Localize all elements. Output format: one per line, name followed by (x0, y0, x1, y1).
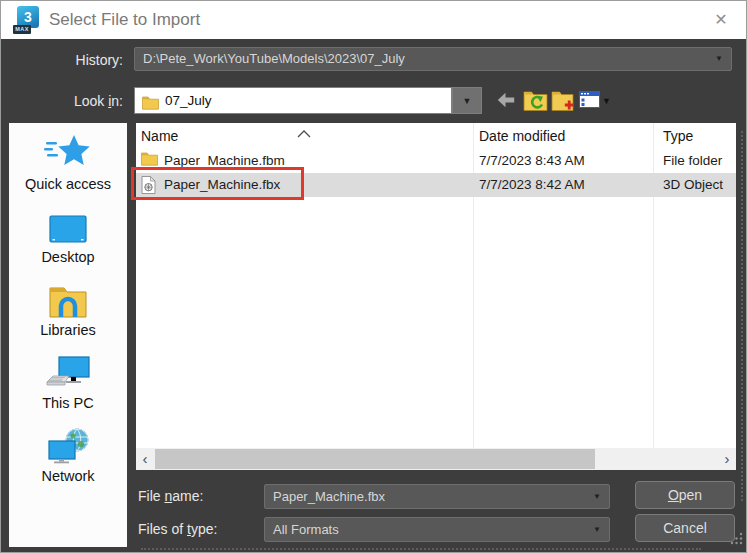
3dsmax-logo-icon: 3 MAX (13, 5, 41, 35)
places-sidebar: Quick access Desktop Libraries (9, 123, 127, 547)
file-name-dropdown[interactable]: Paper_Machine.fbx ▼ (264, 484, 610, 509)
sort-ascending-icon (297, 124, 311, 142)
dialog-title: Select File to Import (49, 1, 200, 39)
folder-icon (142, 93, 159, 118)
folder-icon (141, 152, 158, 170)
date-modified-cell: 7/7/2023 8:42 AM (479, 173, 585, 197)
back-arrow-icon[interactable] (497, 92, 515, 112)
desktop-icon (9, 204, 127, 246)
file-name-label: File name: (138, 483, 203, 510)
titlebar: 3 MAX Select File to Import ✕ (1, 1, 746, 39)
column-header-name[interactable]: Name (141, 123, 178, 149)
sidebar-item-label: Libraries (9, 322, 127, 338)
history-dropdown[interactable]: D:\Pete_Work\YouTube\Models\2023\07_July… (134, 47, 732, 71)
type-cell: File folder (663, 149, 722, 173)
sidebar-item-desktop[interactable]: Desktop (9, 204, 127, 272)
libraries-icon (9, 277, 127, 319)
right-resize-edge[interactable] (741, 131, 743, 501)
chevron-down-icon: ▼ (715, 48, 723, 70)
horizontal-scrollbar[interactable]: ‹ › (136, 448, 736, 470)
bottom-resize-edge[interactable] (141, 548, 701, 550)
sidebar-item-network[interactable]: Network (9, 423, 127, 491)
look-in-dropdown-button[interactable]: ▼ (452, 87, 482, 114)
resize-grip-icon[interactable] (730, 531, 743, 549)
sidebar-item-quick-access[interactable]: Quick access (9, 131, 127, 199)
chevron-down-icon: ▼ (593, 485, 601, 508)
files-of-type-value: All Formats (273, 522, 339, 537)
file-name-cell: Paper_Machine.fbm (164, 149, 285, 173)
sidebar-item-this-pc[interactable]: This PC (9, 350, 127, 418)
quick-access-star-icon (9, 131, 127, 173)
type-cell: 3D Object (663, 173, 723, 197)
cancel-button[interactable]: Cancel (635, 514, 735, 542)
sidebar-item-label: Quick access (9, 176, 127, 192)
look-in-combo[interactable]: 07_July (134, 87, 452, 114)
sidebar-item-label: This PC (9, 395, 127, 411)
date-modified-cell: 7/7/2023 8:43 AM (479, 149, 585, 173)
look-in-value: 07_July (165, 88, 212, 113)
view-menu-caret-icon[interactable]: ▼ (602, 90, 611, 112)
sidebar-item-label: Network (9, 468, 127, 484)
history-label: History: (21, 52, 123, 68)
column-header-type[interactable]: Type (663, 123, 693, 149)
files-of-type-dropdown[interactable]: All Formats ▼ (264, 517, 610, 542)
open-button[interactable]: Open (635, 481, 735, 509)
file-name-cell: Paper_Machine.fbx (164, 173, 280, 197)
file-row-paper-machine-fbx[interactable]: Paper_Machine.fbx 7/7/2023 8:42 AM 3D Ob… (136, 173, 736, 197)
history-value: D:\Pete_Work\YouTube\Models\2023\07_July (143, 51, 405, 66)
column-header-date-modified[interactable]: Date modified (479, 123, 565, 149)
fbx-3d-object-icon (141, 176, 156, 198)
scroll-right-icon[interactable]: › (718, 448, 736, 470)
logo-badge: MAX (13, 25, 31, 34)
network-icon (9, 423, 127, 465)
sidebar-item-label: Desktop (9, 249, 127, 265)
files-of-type-label: Files of type: (138, 516, 217, 543)
sidebar-item-libraries[interactable]: Libraries (9, 277, 127, 345)
up-one-level-icon[interactable] (523, 87, 548, 116)
file-row-paper-machine-fbm[interactable]: Paper_Machine.fbm 7/7/2023 8:43 AM File … (136, 149, 736, 173)
close-icon[interactable]: ✕ (706, 1, 736, 39)
scrollbar-thumb[interactable] (155, 449, 595, 469)
chevron-down-icon: ▼ (463, 96, 472, 106)
view-menu-icon[interactable] (579, 91, 600, 112)
this-pc-icon (9, 350, 127, 392)
select-file-to-import-dialog: 3 MAX Select File to Import ✕ History: D… (0, 0, 747, 553)
scroll-left-icon[interactable]: ‹ (136, 448, 154, 470)
create-new-folder-icon[interactable] (551, 87, 576, 116)
look-in-label: Look in: (21, 93, 123, 109)
file-name-value: Paper_Machine.fbx (273, 489, 385, 504)
chevron-down-icon: ▼ (593, 518, 601, 541)
